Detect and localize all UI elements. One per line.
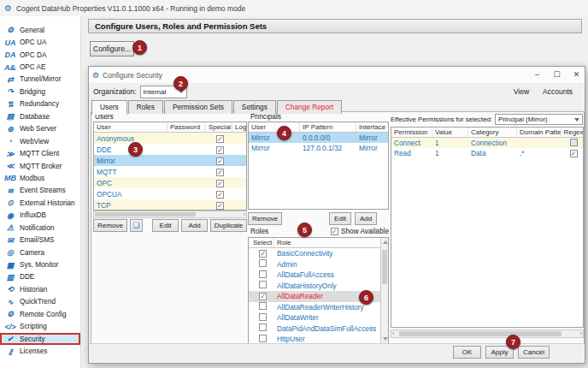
sidebar-item-general[interactable]: ⚙General [0,24,80,36]
table-row[interactable]: Connect1Connection [391,138,583,148]
table-row-selected[interactable]: Mirror✓ [94,155,246,166]
close-icon[interactable]: ✕ [568,67,585,83]
table-row-selected[interactable]: Mirror0.0.0.0/0Mirror [249,133,388,143]
table-row[interactable]: DataPidAndDataSimFullAccess [249,323,380,335]
sidebar-item-redundancy[interactable]: ⇅Redundancy [0,98,80,110]
ok-button[interactable]: OK [453,346,481,359]
sidebar-item-sys-monitor[interactable]: ▦Sys. Monitor [0,258,80,270]
col-role[interactable]: Role [274,238,380,247]
sidebar-item-influxdb[interactable]: ◉InfluxDB [0,210,80,222]
sidebar-item-email-sms[interactable]: ✉Email/SMS [0,234,80,246]
paste-icon[interactable]: ❏ [130,219,143,232]
principals-remove-button[interactable]: Remove [248,212,282,225]
table-row[interactable]: Anonymous✓ [94,133,246,144]
principals-add-button[interactable]: Add [355,212,377,225]
tab-settings[interactable]: Settings [233,100,276,114]
sidebar-item-remote-config[interactable]: ⚙Remote Config [0,308,80,320]
users-edit-button[interactable]: Edit [152,219,179,232]
role-checkbox[interactable] [259,259,267,267]
role-checkbox[interactable] [259,335,267,342]
col-regex[interactable]: Regex [562,128,583,137]
sidebar-item-web-server[interactable]: ⊕Web Server [0,123,80,135]
special-checkbox[interactable]: ✓ [205,145,232,154]
cancel-button[interactable]: Cancel [518,346,550,359]
sidebar-item-modbus[interactable]: MBModbus [0,172,80,184]
special-checkbox[interactable]: ✓ [205,190,232,199]
principals-edit-button[interactable]: Edit [329,212,351,225]
sidebar-item-webview[interactable]: ◔WebView [0,135,80,147]
roles-vertical-scrollbar[interactable] [380,238,388,343]
sidebar-item-opc-da[interactable]: DAOPC DA [0,49,80,61]
scroll-down-arrow-icon[interactable] [383,337,388,341]
sidebar-item-tunnel-mirror[interactable]: ⇄Tunnel/Mirror [0,74,80,86]
permissions-horizontal-scrollbar[interactable]: ‹› [391,329,584,338]
sidebar-item-scripting[interactable]: </>Scripting [0,321,80,333]
table-row[interactable]: DDE✓ [94,144,246,155]
col-value[interactable]: Value [432,128,468,137]
col-special[interactable]: Special [205,122,232,132]
tab-users[interactable]: Users [91,100,127,115]
sidebar-item-opc-ae[interactable]: A&EOPC AE [0,61,80,73]
scroll-up-arrow-icon[interactable] [383,240,388,244]
col-user[interactable]: User [94,122,168,132]
scrollbar-thumb[interactable] [95,212,196,217]
special-checkbox[interactable]: ✓ [205,157,232,165]
role-checkbox[interactable] [259,323,267,331]
role-checkbox[interactable] [259,270,267,278]
col-ip-pattern[interactable]: IP Pattern [300,122,356,132]
role-checkbox[interactable]: ✓ [259,293,267,300]
col-category[interactable]: Category [468,128,517,137]
tab-permission-sets[interactable]: Permission Sets [164,100,232,114]
sidebar-item-historian[interactable]: ⟲Historian [0,283,80,295]
users-horizontal-scrollbar[interactable]: › [93,211,247,218]
sidebar-item-database[interactable]: ▤Database [0,110,80,122]
sidebar-item-mqtt-broker[interactable]: ≪MQTT Broker [0,160,80,172]
tab-roles[interactable]: Roles [128,100,163,114]
table-row[interactable]: AllDataWriter [249,312,380,323]
users-duplicate-button[interactable]: Duplicate [210,219,247,232]
sidebar-item-licenses[interactable]: ⚷Licenses [0,345,80,357]
sidebar-item-mqtt-client[interactable]: ≫MQTT Client [0,147,80,159]
sidebar-item-quicktrend[interactable]: ∿QuickTrend [0,296,80,308]
col-select[interactable]: Select [249,238,274,247]
dialog-titlebar[interactable]: ⚙ Configure Security – ☐ ✕ [89,67,585,83]
scroll-left-arrow-icon[interactable]: ‹ [392,330,394,337]
permissions-target-select[interactable]: Principal (Mirror) [495,114,583,125]
table-row[interactable]: ✓BasicConnectivity [249,248,380,259]
sidebar-item-external-historian[interactable]: ⊙External Historian [0,197,80,209]
special-checkbox[interactable]: ✓ [205,201,232,210]
col-password[interactable]: Password [168,122,205,132]
table-row[interactable]: Mirror127.0.0.1/32Mirror [249,143,388,153]
special-checkbox[interactable]: ✓ [205,168,232,176]
table-row[interactable]: AllDataHistoryOnly [249,281,380,292]
col-login[interactable]: Logi [232,122,246,132]
sidebar-item-security[interactable]: ✔Security [0,333,80,345]
tab-change-report[interactable]: Change Report [277,100,342,114]
users-remove-button[interactable]: Remove [93,219,127,232]
scrollbar-thumb[interactable] [399,331,562,336]
col-interface[interactable]: Interface [356,122,387,132]
role-checkbox[interactable] [259,302,267,310]
accounts-menu[interactable]: Accounts [538,87,578,96]
users-add-button[interactable]: Add [181,219,208,232]
special-checkbox[interactable]: ✓ [205,134,232,143]
role-checkbox[interactable]: ✓ [259,250,267,258]
table-row[interactable]: OPCUA✓ [94,188,246,199]
col-user[interactable]: User [249,122,300,132]
regex-checkbox[interactable]: ✓ [570,150,578,157]
table-row[interactable]: MQTT✓ [94,166,246,177]
table-row[interactable]: TCP✓ [94,199,246,211]
table-row[interactable]: Admin [249,259,380,270]
sidebar-item-camera[interactable]: ◎Camera [0,246,80,258]
sidebar-item-bridging[interactable]: ↷Bridging [0,86,80,98]
table-row[interactable]: OPC✓ [94,177,246,188]
col-domain-pattern[interactable]: Domain Pattern [517,128,562,137]
maximize-icon[interactable]: ☐ [549,67,565,83]
scroll-right-arrow-icon[interactable]: › [580,330,582,337]
col-permission[interactable]: Permission [391,128,432,137]
sidebar-item-notification[interactable]: ⚠Notification [0,222,80,234]
scroll-right-arrow-icon[interactable]: › [244,211,245,217]
table-row[interactable]: AllDataFullAccess [249,270,380,281]
role-checkbox[interactable] [259,281,267,288]
sidebar-item-dde[interactable]: ▥DDE [0,271,80,283]
